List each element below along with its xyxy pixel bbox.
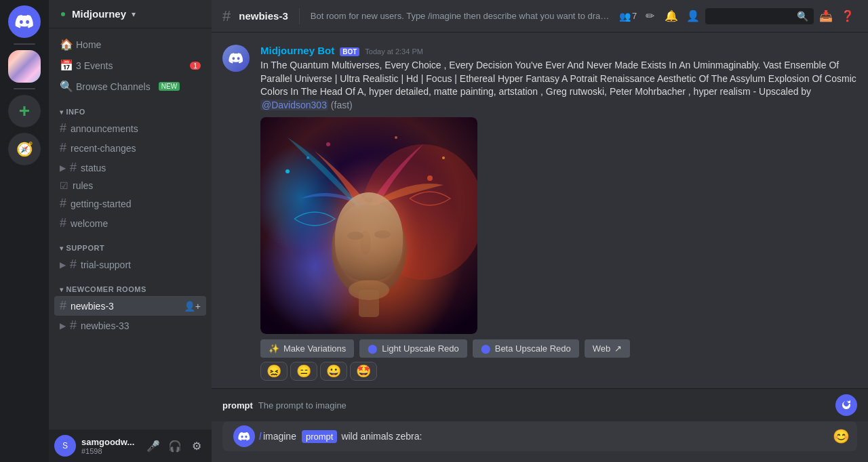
beta-upscale-icon: ⬤ [481,343,491,354]
channel-newbies-33[interactable]: ▶ # newbies-33 [54,316,206,335]
bot-tag: BOT [340,47,359,56]
pencil-edit-icon[interactable]: ✏ [640,7,659,26]
light-upscale-label: Light Upscale Redo [382,343,458,354]
svg-point-8 [442,156,445,159]
server-header[interactable]: Midjourney ▾ [49,0,212,28]
sidebar-item-browse[interactable]: 🔍 Browse Channels NEW [54,76,206,97]
events-label: 3 Events [76,60,113,71]
mj-image-display [260,117,477,334]
server-bar: + 🧭 [0,0,49,462]
add-user-icon: 👤+ [184,301,201,312]
svg-point-5 [285,169,290,173]
expand-icon: ▶ [60,321,66,331]
message-input-box: / imagine prompt 😊 [222,421,857,451]
events-icon: 📅 [60,59,71,72]
channel-newbies-3[interactable]: # newbies-3 👤+ [54,296,206,316]
browse-new-badge: NEW [159,82,180,91]
channel-label: getting-started [71,198,132,209]
rules-icon: ☑ [60,180,68,191]
settings-icon[interactable]: ⚙ [187,436,206,455]
add-server-button[interactable]: + [8,95,41,127]
svg-point-13 [347,232,363,240]
input-area: / imagine prompt 😊 [212,421,868,462]
message-item: Midjourney Bot BOT Today at 2:34 PM In T… [212,43,868,382]
explore-servers-button[interactable]: 🧭 [8,133,41,165]
search-input[interactable] [711,11,793,21]
channel-status[interactable]: ▶ # status [54,158,206,177]
reaction-grin[interactable]: 😀 [320,362,347,381]
welcome-icon: # [60,216,66,230]
web-button[interactable]: Web ↗ [585,339,631,358]
emoji-picker-button[interactable]: 😊 [830,425,852,447]
make-variations-button[interactable]: ✨ Make Variations [260,339,354,358]
channel-recent-changes[interactable]: # recent-changes [54,138,206,158]
trial-support-icon: # [70,257,77,272]
member-count: 7 [632,11,637,21]
channel-getting-started[interactable]: # getting-started [54,194,206,213]
svg-point-9 [326,142,330,146]
section-support-label: SUPPORT [66,244,105,252]
user-avatar: S [54,435,76,457]
speed-text: (fast) [331,100,353,110]
browse-label: Browse Channels [76,81,151,92]
sidebar-item-events[interactable]: 📅 3 Events 1 [54,55,206,76]
channel-description: Bot room for new users. Type /imagine th… [311,11,610,21]
channel-label: rules [73,180,93,191]
light-upscale-redo-button[interactable]: ⬤ Light Upscale Redo [359,339,467,358]
channel-label: status [81,163,106,173]
search-bar[interactable]: 🔍 [705,8,814,24]
discord-home-icon[interactable] [8,5,41,38]
channel-trial-support[interactable]: ▶ # trial-support [54,255,206,274]
server-menu-chevron: ▾ [132,9,136,19]
command-name: imagine [263,431,296,442]
sidebar-item-home[interactable]: 🏠 Home [54,34,206,55]
web-label: Web [593,343,611,354]
message-author: Midjourney Bot [260,45,334,56]
svg-point-16 [349,280,389,300]
reaction-grimace[interactable]: 😖 [260,362,288,381]
header-divider [299,8,300,24]
reaction-neutral[interactable]: 😑 [290,362,317,381]
expand-icon: ▶ [60,260,66,270]
upscale-text: - Upscaled by [753,86,812,97]
channel-announcements[interactable]: # announcements [54,119,206,138]
svg-point-14 [374,230,391,238]
beta-upscale-redo-button[interactable]: ⬤ Beta Upscale Redo [473,339,579,358]
make-variations-icon: ✨ [269,343,279,354]
channel-welcome[interactable]: # welcome [54,213,206,233]
members-list-icon[interactable]: 👤 [684,7,703,26]
channel-label: trial-support [81,259,131,270]
channel-header: # newbies-3 Bot room for new users. Type… [212,0,868,33]
message-body: Midjourney Bot BOT Today at 2:34 PM In T… [260,45,857,381]
headphone-icon[interactable]: 🎧 [165,436,184,455]
section-newcomer-label: NEWCOMER ROOMS [66,285,146,293]
user-info: samgoodw... #1598 [81,437,138,455]
server-divider [14,43,35,45]
events-badge: 1 [190,62,201,70]
section-info[interactable]: ▾ INFO [54,97,206,119]
section-newcomer[interactable]: ▾ NEWCOMER ROOMS [54,274,206,296]
members-icon[interactable]: 👥 7 [618,7,637,26]
inbox-icon[interactable]: 📥 [816,7,835,26]
help-icon[interactable]: ❓ [838,7,857,26]
autocomplete-bar: prompt The prompt to imagine [212,388,868,421]
section-support[interactable]: ▾ SUPPORT [54,233,206,255]
make-variations-label: Make Variations [283,343,346,354]
refresh-icon[interactable] [835,394,857,416]
channel-label: newbies-3 [71,301,114,312]
expand-icon: ▶ [60,163,66,173]
channel-rules[interactable]: ☑ rules [54,177,206,194]
imagine-text-input[interactable] [341,431,825,442]
search-icon: 🔍 [797,11,808,22]
server-icon-midjourney[interactable] [8,50,41,83]
browse-icon: 🔍 [60,80,71,93]
channel-label: announcements [71,123,138,134]
generated-image[interactable] [260,117,477,334]
section-info-label: INFO [66,108,85,116]
reaction-starstruck[interactable]: 🤩 [350,362,377,381]
newbies-33-icon: # [70,318,77,333]
notification-bell-icon[interactable]: 🔔 [662,7,681,26]
microphone-icon[interactable]: 🎤 [144,436,163,455]
online-indicator [60,11,66,18]
bot-avatar [222,45,250,72]
